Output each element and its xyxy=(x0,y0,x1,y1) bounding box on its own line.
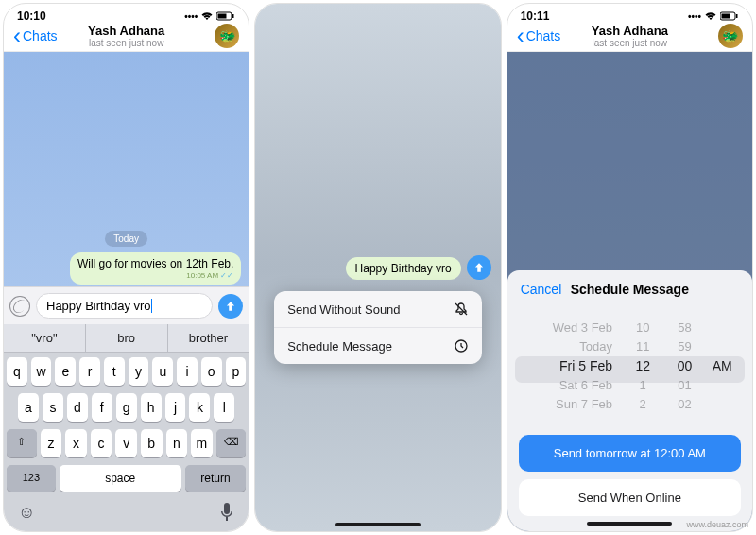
key-g[interactable]: g xyxy=(116,393,137,422)
contact-status: last seen just now xyxy=(88,38,164,48)
svg-rect-3 xyxy=(224,503,230,514)
key-a[interactable]: a xyxy=(18,393,39,422)
home-indicator[interactable] xyxy=(335,523,421,526)
datetime-picker[interactable]: Tue 2 Feb Wed 3 Feb Today Fri 5 Feb Sat … xyxy=(507,308,752,431)
key-s[interactable]: s xyxy=(43,393,63,422)
key-d[interactable]: d xyxy=(67,393,88,422)
send-at-time-button[interactable]: Send tomorrow at 12:00 AM xyxy=(519,435,741,472)
status-icons: •••• xyxy=(184,11,235,22)
svg-rect-9 xyxy=(736,14,738,18)
blurred-background[interactable]: Happy Birthday vro Send Without Sound Sc… xyxy=(255,4,500,531)
key-y[interactable]: y xyxy=(129,357,149,386)
phone-1-chat-typing: 10:10 •••• Chats Yash Adhana last seen j… xyxy=(3,3,249,532)
key-t[interactable]: t xyxy=(104,357,125,386)
picker-date-column[interactable]: Tue 2 Feb Wed 3 Feb Today Fri 5 Feb Sat … xyxy=(521,314,622,418)
key-row-2: a s d f g h j k l xyxy=(7,393,246,422)
shift-key[interactable]: ⇧ xyxy=(7,429,37,457)
menu-label: Send Without Sound xyxy=(287,302,400,317)
svg-line-5 xyxy=(455,303,467,315)
phone-2-context-menu: Happy Birthday vro Send Without Sound Sc… xyxy=(254,3,501,532)
status-bar: 10:11 •••• xyxy=(507,4,752,25)
svg-rect-4 xyxy=(226,517,228,521)
attach-icon[interactable] xyxy=(5,291,34,320)
svg-rect-1 xyxy=(218,14,227,19)
key-b[interactable]: b xyxy=(141,429,163,457)
back-button[interactable]: Chats xyxy=(517,28,561,43)
clock-icon xyxy=(454,338,469,354)
status-bar: 10:10 •••• xyxy=(4,4,249,25)
backspace-key[interactable]: ⌫ xyxy=(216,429,247,457)
mic-icon xyxy=(219,503,234,522)
arrow-up-icon xyxy=(472,261,486,274)
schedule-sheet: Cancel Schedule Message Tue 2 Feb Wed 3 … xyxy=(507,270,752,531)
send-button[interactable] xyxy=(218,294,243,319)
battery-icon xyxy=(216,11,235,21)
key-k[interactable]: k xyxy=(189,393,210,422)
key-p[interactable]: p xyxy=(226,357,247,386)
return-key[interactable]: return xyxy=(185,465,247,492)
key-r[interactable]: r xyxy=(79,357,100,386)
picker-ampm-column[interactable]: AM xyxy=(706,314,739,418)
key-x[interactable]: x xyxy=(65,429,87,457)
key-m[interactable]: m xyxy=(191,429,213,457)
picker-item: Mon 8 Feb xyxy=(558,416,612,418)
picker-item-selected: 12 xyxy=(635,358,650,373)
menu-send-without-sound[interactable]: Send Without Sound xyxy=(274,291,481,328)
send-when-online-button[interactable]: Send When Online xyxy=(519,479,741,516)
svg-rect-2 xyxy=(232,14,234,18)
key-i[interactable]: i xyxy=(177,357,198,386)
picker-item: 02 xyxy=(678,397,691,411)
chat-area[interactable]: Today Will go for movies on 12th Feb. 10… xyxy=(4,52,249,286)
cancel-button[interactable]: Cancel xyxy=(521,282,562,297)
message-input-bar: Happy Birthday vro xyxy=(4,286,249,324)
emoji-key[interactable]: ☺ xyxy=(18,503,35,526)
contact-status: last seen just now xyxy=(592,38,668,48)
status-icons: •••• xyxy=(688,11,739,22)
wifi-icon xyxy=(200,11,214,21)
keyboard: q w e r t y u i o p a s d f g h j k l ⇧ … xyxy=(4,353,249,531)
menu-schedule-message[interactable]: Schedule Message xyxy=(274,328,481,364)
suggestion-2[interactable]: brother xyxy=(168,324,249,352)
numbers-key[interactable]: 123 xyxy=(7,465,56,492)
message-outgoing[interactable]: Will go for movies on 12th Feb. 10:05 AM… xyxy=(70,252,241,285)
nav-bar: Chats Yash Adhana last seen just now 🐲 xyxy=(507,25,752,52)
picker-minute-column[interactable]: 57 58 59 00 01 02 03 xyxy=(663,314,705,418)
picker-item: 03 xyxy=(679,416,691,418)
key-row-1: q w e r t y u i o p xyxy=(7,357,246,386)
key-q[interactable]: q xyxy=(7,357,27,386)
key-n[interactable]: n xyxy=(166,429,188,457)
picker-item: 59 xyxy=(678,339,691,354)
nav-title[interactable]: Yash Adhana last seen just now xyxy=(88,24,164,48)
avatar[interactable]: 🐲 xyxy=(718,24,743,48)
key-h[interactable]: h xyxy=(141,393,162,422)
suggestion-1[interactable]: bro xyxy=(86,324,168,352)
key-j[interactable]: j xyxy=(165,393,186,422)
avatar[interactable]: 🐲 xyxy=(215,24,239,48)
key-o[interactable]: o xyxy=(201,357,222,386)
picker-hour-column[interactable]: 9 10 11 12 1 2 3 xyxy=(622,314,663,418)
space-key[interactable]: space xyxy=(60,465,181,492)
picker-item: 10 xyxy=(636,320,649,335)
key-e[interactable]: e xyxy=(55,357,76,386)
key-w[interactable]: w xyxy=(31,357,52,386)
wifi-icon xyxy=(704,11,717,21)
context-menu: Send Without Sound Schedule Message xyxy=(274,291,481,364)
key-row-3: ⇧ z x c v b n m ⌫ xyxy=(7,429,246,457)
key-f[interactable]: f xyxy=(92,393,112,422)
key-u[interactable]: u xyxy=(152,357,173,386)
sheet-title: Schedule Message xyxy=(571,282,689,297)
picker-item: 2 xyxy=(640,397,646,411)
key-v[interactable]: v xyxy=(115,429,137,457)
nav-title[interactable]: Yash Adhana last seen just now xyxy=(592,24,668,48)
send-button[interactable] xyxy=(467,255,491,280)
picker-item-selected: 00 xyxy=(678,358,693,373)
mic-key[interactable] xyxy=(219,503,234,526)
suggestion-0[interactable]: "vro" xyxy=(4,324,86,352)
back-button[interactable]: Chats xyxy=(13,28,58,43)
key-z[interactable]: z xyxy=(41,429,62,457)
key-c[interactable]: c xyxy=(91,429,112,457)
message-input[interactable]: Happy Birthday vro xyxy=(36,293,213,319)
key-l[interactable]: l xyxy=(214,393,234,422)
home-indicator[interactable] xyxy=(587,522,672,526)
message-text: Will go for movies on 12th Feb. xyxy=(77,257,233,270)
